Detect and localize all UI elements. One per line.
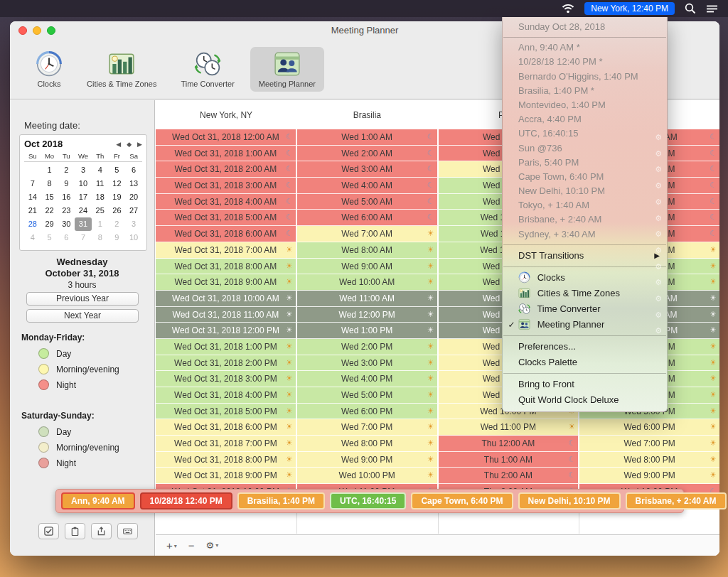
calendar-day[interactable]: 2 — [109, 217, 126, 231]
menu-item-meeting-planner[interactable]: ✓ Meeting Planner — [503, 317, 667, 333]
time-cell[interactable]: Wed Oct 31, 2018 8:00 AM☀ — [156, 259, 297, 275]
clock-chip[interactable]: UTC, 16:40:15 — [330, 492, 406, 509]
calendar-day[interactable]: 20 — [125, 190, 142, 204]
clock-chip[interactable]: Brisbane, + 2:40 AM — [626, 492, 727, 509]
time-cell[interactable]: Wed Oct 31, 2018 3:00 PM☀ — [156, 371, 297, 387]
time-cell[interactable]: Thu 2:00 AM☾ — [439, 468, 580, 484]
calendar-day[interactable]: 31 — [75, 217, 92, 231]
clock-chip[interactable]: 10/28/18 12:40 PM — [140, 492, 232, 509]
time-cell[interactable]: Wed 3:00 PM☀ — [297, 355, 439, 372]
close-button[interactable] — [18, 26, 27, 35]
calendar-day[interactable]: 27 — [125, 204, 142, 217]
time-cell[interactable]: Wed Oct 31, 2018 5:00 AM☾ — [156, 210, 297, 226]
calendar-day[interactable]: 3 — [75, 163, 92, 177]
calendar-day[interactable]: 2 — [58, 163, 75, 177]
calendar-day[interactable]: 19 — [109, 190, 126, 204]
time-cell[interactable]: Wed Oct 31, 2018 7:00 AM☀ — [156, 242, 297, 259]
time-cell[interactable]: Wed Oct 31, 2018 3:00 AM☾ — [156, 178, 297, 194]
calendar-day[interactable]: 12 — [109, 177, 126, 190]
time-cell[interactable]: Wed 2:00 PM☀ — [297, 339, 439, 355]
calendar-day[interactable]: 17 — [75, 190, 92, 204]
time-cell[interactable]: Wed 9:00 PM☀ — [297, 452, 439, 468]
calendar-day[interactable]: 10 — [75, 177, 92, 190]
time-cell[interactable]: Wed 4:00 AM☾ — [297, 178, 439, 194]
calendar-day[interactable]: 21 — [24, 204, 41, 217]
menu-item-clocks[interactable]: Clocks — [503, 270, 667, 286]
menu-item-quit[interactable]: Quit World Clock Deluxe — [503, 392, 667, 408]
time-cell[interactable]: Wed 6:00 PM☀ — [579, 419, 719, 436]
calendar-day[interactable]: 1 — [92, 217, 109, 231]
time-cell[interactable]: Wed Oct 31, 2018 5:00 PM☀ — [156, 404, 297, 420]
menu-item-time-converter[interactable]: Time Converter — [503, 301, 667, 317]
time-cell[interactable]: Wed 7:00 PM☀ — [579, 436, 719, 452]
time-cell[interactable]: Wed Oct 31, 2018 1:00 PM☀ — [156, 339, 297, 355]
time-cell[interactable]: Wed 1:00 AM☾ — [297, 129, 439, 146]
menu-item-clocks-palette[interactable]: Clocks Palette — [503, 355, 667, 370]
calendar-day[interactable]: 7 — [24, 177, 41, 190]
time-cell[interactable]: Wed 5:00 AM☾ — [297, 194, 439, 210]
calendar-day[interactable]: 14 — [24, 190, 41, 204]
time-cell[interactable]: Thu 1:00 AM☾ — [439, 452, 580, 468]
add-column-button[interactable]: + ▾ — [161, 539, 182, 551]
calendar-day[interactable]: 13 — [125, 177, 142, 190]
list-menu-icon[interactable] — [706, 4, 718, 14]
calendar-day[interactable]: 10 — [125, 231, 142, 244]
time-cell[interactable]: Wed Oct 31, 2018 9:00 PM☀ — [156, 468, 297, 484]
menubar-clock-widget[interactable]: New York, 12:40 PM — [584, 2, 675, 15]
time-cell[interactable]: Wed Oct 31, 2018 9:00 AM☀ — [156, 274, 297, 291]
time-cell[interactable]: Wed 3:00 AM☾ — [297, 161, 439, 178]
time-cell[interactable]: Wed Oct 31, 2018 11:00 AM☀ — [156, 307, 297, 323]
time-cell[interactable]: Wed Oct 31, 2018 4:00 PM☀ — [156, 387, 297, 404]
remove-column-button[interactable]: − — [183, 539, 200, 551]
clock-chip[interactable]: Ann, 9:40 AM — [61, 492, 135, 509]
menu-item-dst-transitions[interactable]: DST Transitions ▶ — [503, 248, 667, 264]
calendar-day[interactable]: 5 — [109, 163, 126, 177]
checkbox-tool-button[interactable] — [38, 523, 59, 539]
settings-button[interactable]: ⚙ ▾ — [201, 540, 224, 551]
next-year-button[interactable]: Next Year — [26, 309, 139, 323]
calendar-day[interactable]: 6 — [125, 163, 142, 177]
time-cell[interactable]: Wed 4:00 PM☀ — [297, 371, 439, 387]
time-cell[interactable]: Wed 7:00 PM☀ — [297, 419, 439, 436]
calendar-day[interactable]: 7 — [75, 231, 92, 244]
calendar-day[interactable]: 26 — [109, 204, 126, 217]
calendar-day[interactable]: 4 — [92, 163, 109, 177]
calendar-day[interactable]: 9 — [58, 177, 75, 190]
menu-item-cities-time-zones[interactable]: Cities & Time Zones — [503, 286, 667, 301]
toolbar-item-time-converter[interactable]: Time Converter — [172, 47, 242, 92]
time-cell[interactable]: Wed Oct 31, 2018 2:00 PM☀ — [156, 355, 297, 372]
search-icon[interactable] — [685, 3, 696, 14]
time-cell[interactable]: Wed 8:00 PM☀ — [297, 436, 439, 452]
previous-year-button[interactable]: Previous Year — [26, 292, 139, 306]
time-cell[interactable]: Wed 2:00 AM☾ — [297, 146, 439, 162]
calendar-day[interactable]: 18 — [92, 190, 109, 204]
time-cell[interactable]: Wed 10:00 PM☀ — [297, 468, 439, 484]
calendar-day[interactable]: 16 — [58, 190, 75, 204]
zoom-button[interactable] — [47, 26, 55, 35]
time-cell[interactable]: Wed 6:00 AM☾ — [297, 210, 439, 226]
time-cell[interactable]: Wed Oct 31, 2018 8:00 PM☀ — [156, 452, 297, 468]
calendar-next-icon[interactable]: ▶ — [137, 141, 142, 148]
time-cell[interactable]: Wed Oct 31, 2018 7:00 PM☀ — [156, 436, 297, 452]
time-cell[interactable]: Wed 6:00 PM☀ — [297, 404, 439, 420]
keyboard-tool-button[interactable] — [117, 523, 138, 539]
time-cell[interactable]: Wed 10:00 AM☀ — [297, 274, 439, 291]
minimize-button[interactable] — [33, 26, 41, 35]
toolbar-item-cities-time-zones[interactable]: Cities & Time Zones — [78, 47, 165, 92]
time-cell[interactable]: Wed 11:00 AM☀ — [297, 291, 439, 307]
time-cell[interactable]: Wed 9:00 AM☀ — [297, 259, 439, 275]
time-cell[interactable]: Wed 1:00 PM☀ — [297, 323, 439, 339]
menu-item-preferences[interactable]: Preferences... — [503, 339, 667, 355]
time-cell[interactable]: Thu 12:00 AM☾ — [439, 436, 580, 452]
time-cell[interactable]: Wed 11:00 PM☀ — [439, 419, 580, 436]
time-cell[interactable]: Wed Oct 31, 2018 1:00 AM☾ — [156, 146, 297, 162]
clock-chip[interactable]: Brasilia, 1:40 PM — [237, 492, 325, 509]
calendar-day[interactable]: 4 — [24, 231, 41, 244]
time-cell[interactable]: Wed Oct 31, 2018 6:00 PM☀ — [156, 419, 297, 436]
copy-tool-button[interactable] — [65, 523, 85, 539]
calendar-day[interactable]: 28 — [24, 217, 41, 231]
time-cell[interactable]: Wed 8:00 AM☀ — [297, 242, 439, 259]
calendar-day[interactable]: 30 — [58, 217, 75, 231]
calendar-day[interactable]: 11 — [92, 177, 109, 190]
time-cell[interactable]: Wed Oct 31, 2018 6:00 AM☾ — [156, 226, 297, 242]
